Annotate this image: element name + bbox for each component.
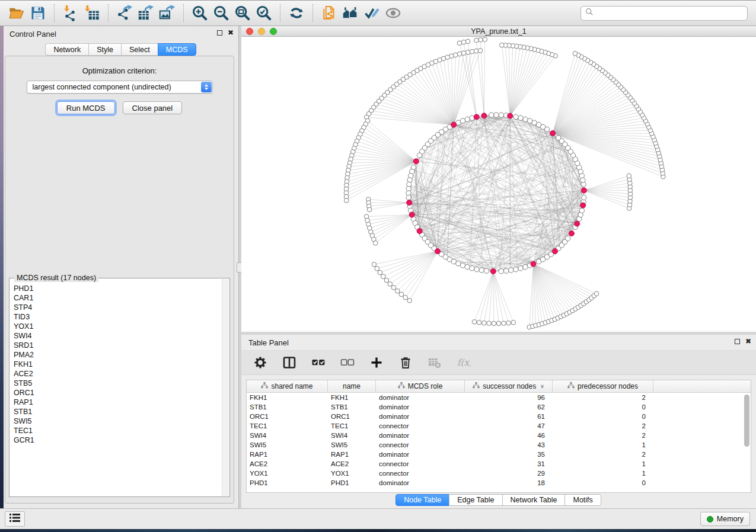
network-leaf-node[interactable] bbox=[472, 320, 477, 325]
show-columns-icon[interactable] bbox=[282, 355, 296, 370]
network-node[interactable] bbox=[470, 266, 474, 271]
mcds-result-item[interactable]: SWI5 bbox=[14, 416, 221, 426]
network-leaf-node[interactable] bbox=[457, 41, 462, 46]
mcds-node[interactable] bbox=[451, 122, 457, 127]
run-mcds-button[interactable]: Run MCDS bbox=[57, 101, 115, 114]
export-network-button[interactable] bbox=[114, 3, 135, 23]
export-image-button[interactable] bbox=[157, 3, 178, 23]
table-scrollbar[interactable] bbox=[744, 395, 749, 447]
table-row[interactable]: TEC1TEC1connector472 bbox=[247, 421, 751, 431]
network-leaf-node[interactable] bbox=[372, 262, 377, 267]
network-node[interactable] bbox=[509, 268, 513, 273]
select-all-rows-icon[interactable] bbox=[311, 355, 326, 370]
mcds-result-item[interactable]: SWI4 bbox=[14, 331, 221, 341]
mcds-result-item[interactable]: YOX1 bbox=[14, 322, 221, 331]
network-leaf-node[interactable] bbox=[502, 321, 506, 326]
network-node[interactable] bbox=[489, 113, 494, 117]
network-leaf-node[interactable] bbox=[344, 198, 349, 203]
mcds-node[interactable] bbox=[553, 249, 558, 254]
network-leaf-node[interactable] bbox=[407, 299, 412, 303]
network-leaf-node[interactable] bbox=[465, 39, 470, 44]
mcds-result-item[interactable]: SRD1 bbox=[14, 341, 221, 350]
network-leaf-node[interactable] bbox=[478, 49, 483, 53]
tab-select[interactable]: Select bbox=[121, 43, 158, 56]
network-leaf-node[interactable] bbox=[461, 40, 466, 44]
column-header-successor-nodes[interactable]: successor nodes∨ bbox=[465, 380, 553, 392]
mcds-result-item[interactable]: STP4 bbox=[14, 303, 221, 312]
network-node[interactable] bbox=[518, 266, 523, 271]
table-row[interactable]: YOX1YOX1connector291 bbox=[247, 469, 751, 478]
network-leaf-node[interactable] bbox=[479, 37, 483, 42]
network-leaf-node[interactable] bbox=[403, 295, 408, 300]
network-leaf-node[interactable] bbox=[378, 270, 382, 275]
mcds-node[interactable] bbox=[409, 212, 414, 217]
mcds-node[interactable] bbox=[435, 249, 441, 254]
mcds-result-item[interactable]: STB1 bbox=[14, 407, 221, 416]
search-input[interactable] bbox=[596, 9, 743, 17]
mcds-result-item[interactable]: GCR1 bbox=[14, 435, 221, 445]
mcds-node[interactable] bbox=[580, 203, 586, 208]
network-leaf-node[interactable] bbox=[482, 321, 487, 325]
add-column-icon[interactable] bbox=[369, 355, 384, 370]
table-row[interactable]: PHD1PHD1dominator180 bbox=[247, 478, 751, 488]
network-node[interactable] bbox=[465, 117, 470, 121]
style-preview-button[interactable] bbox=[361, 3, 382, 23]
mcds-node[interactable] bbox=[417, 229, 422, 234]
optimization-criterion-select[interactable]: largest connected component (undirected) bbox=[27, 81, 213, 94]
table-row[interactable]: SWI4SWI4dominator462 bbox=[247, 431, 751, 440]
network-leaf-node[interactable] bbox=[395, 289, 400, 293]
float-window-icon[interactable] bbox=[217, 30, 222, 36]
save-session-button[interactable] bbox=[27, 3, 49, 23]
show-hide-button[interactable] bbox=[382, 3, 404, 23]
tab-node-table[interactable]: Node Table bbox=[395, 494, 449, 506]
network-node[interactable] bbox=[479, 268, 484, 273]
network-node[interactable] bbox=[556, 136, 561, 140]
mcds-node[interactable] bbox=[490, 268, 496, 274]
mcds-node[interactable] bbox=[569, 231, 574, 236]
network-node[interactable] bbox=[518, 116, 523, 120]
mcds-result-item[interactable]: PHD1 bbox=[14, 284, 221, 293]
network-leaf-node[interactable] bbox=[465, 50, 470, 55]
network-node[interactable] bbox=[513, 267, 518, 272]
network-node[interactable] bbox=[499, 113, 503, 117]
network-leaf-node[interactable] bbox=[573, 52, 578, 56]
open-file-button[interactable] bbox=[6, 3, 27, 23]
zoom-in-button[interactable] bbox=[189, 3, 210, 23]
column-header-predecessor-nodes[interactable]: predecessor nodes bbox=[553, 380, 653, 392]
network-node[interactable] bbox=[523, 117, 528, 121]
network-leaf-node[interactable] bbox=[375, 267, 379, 271]
network-leaf-node[interactable] bbox=[384, 278, 389, 283]
float-table-panel-icon[interactable] bbox=[735, 339, 740, 344]
delete-columns-icon[interactable] bbox=[398, 355, 413, 370]
network-node[interactable] bbox=[582, 195, 586, 200]
table-row[interactable]: RAP1RAP1dominator352 bbox=[247, 450, 751, 459]
home-networks-button[interactable] bbox=[340, 3, 361, 23]
tab-network[interactable]: Network bbox=[45, 43, 89, 56]
mcds-result-item[interactable]: ACE2 bbox=[14, 369, 221, 379]
network-leaf-node[interactable] bbox=[627, 174, 631, 178]
mcds-node[interactable] bbox=[531, 261, 536, 267]
network-leaf-node[interactable] bbox=[594, 291, 599, 296]
mcds-result-item[interactable]: PMA2 bbox=[14, 350, 221, 360]
mcds-node[interactable] bbox=[581, 188, 586, 193]
tab-mcds[interactable]: MCDS bbox=[158, 43, 196, 56]
network-leaf-node[interactable] bbox=[457, 52, 462, 56]
column-header-shared-name[interactable]: shared name bbox=[247, 380, 328, 392]
network-node[interactable] bbox=[474, 267, 479, 272]
table-row[interactable]: STB1STB1dominator620 bbox=[247, 402, 751, 412]
tab-style[interactable]: Style bbox=[88, 43, 122, 56]
network-leaf-node[interactable] bbox=[500, 43, 505, 47]
export-table-button[interactable] bbox=[135, 3, 157, 23]
network-leaf-node[interactable] bbox=[474, 38, 479, 43]
mcds-result-item[interactable]: RAP1 bbox=[14, 398, 221, 407]
network-node[interactable] bbox=[460, 263, 465, 268]
tab-network-table[interactable]: Network Table bbox=[502, 494, 566, 506]
network-node[interactable] bbox=[513, 114, 518, 119]
mcds-result-item[interactable]: TEC1 bbox=[14, 426, 221, 435]
network-node[interactable] bbox=[484, 268, 489, 273]
table-row[interactable]: ACE2ACE2connector311 bbox=[247, 459, 751, 469]
clear-row-selection-icon[interactable] bbox=[340, 355, 355, 370]
task-history-button[interactable] bbox=[5, 511, 25, 527]
mcds-result-item[interactable]: ORC1 bbox=[14, 388, 221, 398]
mcds-result-item[interactable]: TID3 bbox=[14, 312, 221, 322]
